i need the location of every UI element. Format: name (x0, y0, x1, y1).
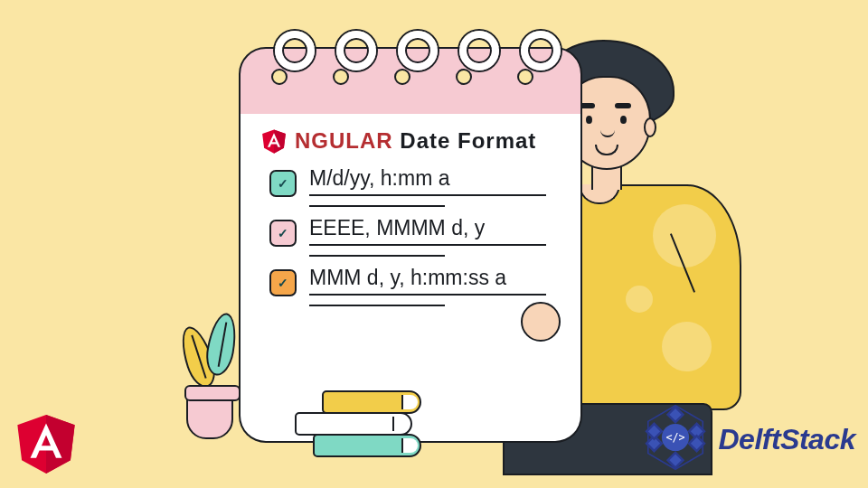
checkmark-icon: ✓ (278, 226, 288, 240)
title-angular: NGULAR (295, 128, 393, 153)
list-item: ✓ MMM d, y, h:mm:ss a (241, 262, 580, 306)
delftstack-brand: </> DelftStack (637, 399, 856, 479)
delftstack-logo-icon: </> (637, 399, 713, 479)
svg-marker-10 (646, 424, 662, 439)
left-hand (521, 302, 561, 342)
title-suffix: Date Format (393, 128, 537, 153)
checkbox: ✓ (269, 170, 297, 197)
format-text: MMM d, y, h:mm:ss a (309, 266, 553, 290)
books-illustration (286, 390, 439, 461)
format-text: EEEE, MMMM d, y (309, 216, 553, 240)
svg-marker-7 (689, 436, 704, 451)
notepad: NGULAR Date Format ✓ M/d/yy, h:mm a ✓ EE… (239, 31, 582, 443)
svg-text:</>: </> (665, 431, 684, 444)
angular-shield-icon (13, 407, 80, 479)
format-text: M/d/yy, h:mm a (309, 166, 553, 191)
checkbox: ✓ (269, 220, 297, 247)
list-item: ✓ M/d/yy, h:mm a (241, 163, 580, 207)
delftstack-text: DelftStack (719, 423, 856, 456)
page-title: NGULAR Date Format (295, 128, 536, 154)
title-row: NGULAR Date Format (241, 114, 580, 163)
angular-shield-icon (260, 127, 288, 155)
list-item: ✓ EEEE, MMMM d, y (241, 212, 580, 257)
checkbox: ✓ (269, 269, 297, 296)
checkmark-icon: ✓ (278, 276, 288, 290)
checkmark-icon: ✓ (278, 176, 288, 191)
